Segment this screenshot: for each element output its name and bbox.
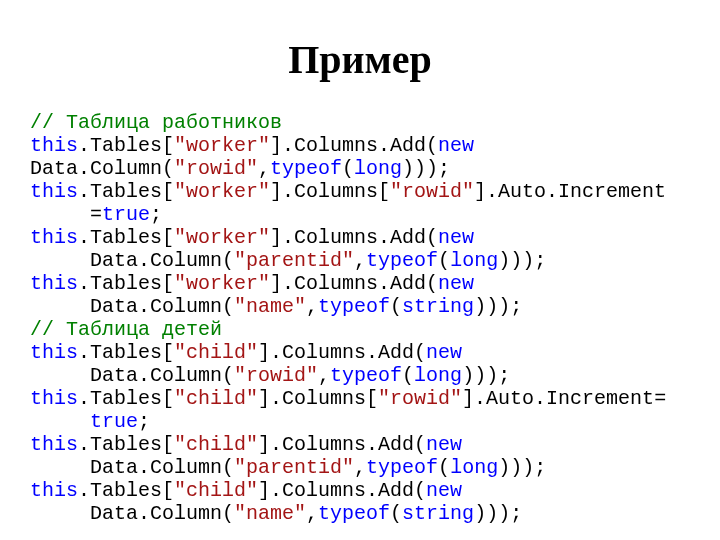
code-line: Data.Column("name",typeof(string))); xyxy=(30,295,690,318)
code-token xyxy=(474,226,486,249)
code-token: ))); xyxy=(498,456,546,479)
code-token: .Tables[ xyxy=(78,341,174,364)
code-token: "worker" xyxy=(174,226,270,249)
code-token: ))); xyxy=(474,502,522,525)
code-token: typeof xyxy=(270,157,342,180)
code-token: string xyxy=(402,295,474,318)
code-token: .Tables[ xyxy=(78,180,174,203)
code-line: this.Tables["worker"].Columns.Add(new xyxy=(30,272,690,295)
code-token: ( xyxy=(438,249,450,272)
code-line: true; xyxy=(30,410,690,433)
code-token: ; xyxy=(138,410,150,433)
code-token: new xyxy=(426,433,462,456)
code-token: "rowid" xyxy=(234,364,318,387)
code-token: string xyxy=(402,502,474,525)
code-token: typeof xyxy=(318,502,390,525)
code-line: this.Tables["worker"].Columns.Add(new xyxy=(30,226,690,249)
code-token: this xyxy=(30,387,78,410)
code-token: "worker" xyxy=(174,134,270,157)
code-token: true xyxy=(102,203,150,226)
code-token: ].Columns.Add( xyxy=(258,479,426,502)
code-token: ].Columns.Add( xyxy=(258,433,426,456)
code-token: ( xyxy=(438,456,450,479)
code-line: =true; xyxy=(30,203,690,226)
code-line: this.Tables["child"].Columns.Add(new xyxy=(30,433,690,456)
code-token: "rowid" xyxy=(390,180,474,203)
code-token: long xyxy=(450,249,498,272)
code-token: long xyxy=(450,456,498,479)
code-token: ].Columns.Add( xyxy=(270,134,438,157)
code-token: new xyxy=(438,134,474,157)
code-token: ].Columns.Add( xyxy=(270,272,438,295)
code-token: , xyxy=(354,456,366,479)
code-token: "rowid" xyxy=(378,387,462,410)
code-token: "rowid" xyxy=(174,157,258,180)
code-token: true xyxy=(90,410,138,433)
code-token: this xyxy=(30,479,78,502)
code-token: // Таблица работников xyxy=(30,111,282,134)
code-token: "worker" xyxy=(174,272,270,295)
code-token: = xyxy=(30,203,102,226)
code-token: Data.Column( xyxy=(30,364,234,387)
code-line: this.Tables["worker"].Columns["rowid"].A… xyxy=(30,180,690,203)
code-token: "name" xyxy=(234,295,306,318)
code-token: typeof xyxy=(366,249,438,272)
code-token: "child" xyxy=(174,433,258,456)
code-token: "parentid" xyxy=(234,249,354,272)
code-token: new xyxy=(438,272,474,295)
code-token xyxy=(462,479,474,502)
code-token: Data.Column( xyxy=(30,249,234,272)
code-token: "parentid" xyxy=(234,456,354,479)
code-token: Data.Column( xyxy=(30,502,234,525)
code-token: long xyxy=(354,157,402,180)
code-line: this.Tables["child"].Columns.Add(new xyxy=(30,479,690,502)
code-token: .Tables[ xyxy=(78,387,174,410)
code-token: ))); xyxy=(498,249,546,272)
code-token: typeof xyxy=(330,364,402,387)
code-token: .Tables[ xyxy=(78,272,174,295)
code-line: this.Tables["worker"].Columns.Add(new xyxy=(30,134,690,157)
code-line: Data.Column("parentid",typeof(long))); xyxy=(30,456,690,479)
code-token: ))); xyxy=(474,295,522,318)
code-token: ].Columns.Add( xyxy=(258,341,426,364)
code-token: ( xyxy=(402,364,414,387)
code-token: this xyxy=(30,272,78,295)
code-token: ].Columns.Add( xyxy=(270,226,438,249)
code-token: "name" xyxy=(234,502,306,525)
code-token xyxy=(462,433,474,456)
code-token: ( xyxy=(390,295,402,318)
code-token: long xyxy=(414,364,462,387)
code-token: new xyxy=(426,479,462,502)
code-token: ( xyxy=(390,502,402,525)
code-token: "child" xyxy=(174,479,258,502)
code-token: , xyxy=(306,295,318,318)
code-token: ; xyxy=(150,203,162,226)
code-token: ))); xyxy=(462,364,510,387)
code-line: this.Tables["child"].Columns.Add(new xyxy=(30,341,690,364)
code-token: .Tables[ xyxy=(78,134,174,157)
code-token: "worker" xyxy=(174,180,270,203)
code-token: .Tables[ xyxy=(78,433,174,456)
code-token: new xyxy=(426,341,462,364)
code-line: Data.Column("name",typeof(string))); xyxy=(30,502,690,525)
code-token: this xyxy=(30,433,78,456)
slide: Пример // Таблица работниковthis.Tables[… xyxy=(0,0,720,540)
code-token: "child" xyxy=(174,387,258,410)
code-block: // Таблица работниковthis.Tables["worker… xyxy=(30,111,690,525)
code-token: ].Columns[ xyxy=(270,180,390,203)
code-line: // Таблица работников xyxy=(30,111,690,134)
code-token: ( xyxy=(342,157,354,180)
code-token: , xyxy=(258,157,270,180)
code-token xyxy=(474,272,486,295)
code-token: Data.Column( xyxy=(30,295,234,318)
code-token: this xyxy=(30,180,78,203)
code-token: ].Columns[ xyxy=(258,387,378,410)
code-token: this xyxy=(30,341,78,364)
code-token: ].Auto.Increment xyxy=(474,180,666,203)
code-token: , xyxy=(306,502,318,525)
code-line: this.Tables["child"].Columns["rowid"].Au… xyxy=(30,387,690,410)
code-token: this xyxy=(30,134,78,157)
slide-title: Пример xyxy=(30,36,690,83)
code-token: // Таблица детей xyxy=(30,318,222,341)
code-token: .Tables[ xyxy=(78,226,174,249)
